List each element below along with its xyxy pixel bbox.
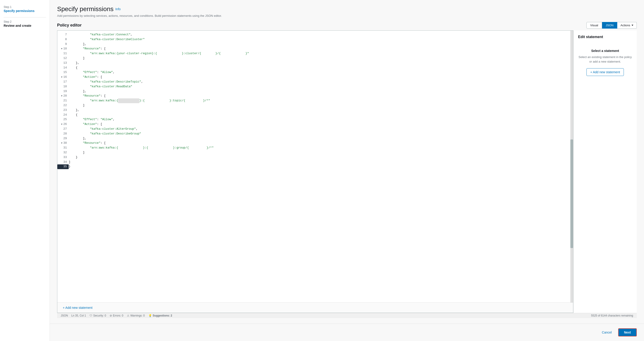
code-line: "Action": [: [69, 75, 567, 80]
info-link[interactable]: Info: [115, 7, 120, 11]
add-statement-button[interactable]: + Add new statement: [61, 305, 94, 310]
status-security: 🛡 Security: 0: [90, 314, 106, 317]
line-number: 21: [57, 98, 69, 103]
code-line: ]: [69, 160, 567, 165]
line-number: 23: [57, 108, 69, 113]
collapse-arrow-icon[interactable]: ▼: [61, 123, 62, 126]
line-number: 19: [57, 89, 69, 94]
line-number: 28: [57, 132, 69, 136]
policy-editor-header: Policy editor Visual JSON Actions: [57, 22, 637, 29]
code-editor-container[interactable]: 789▼101112131415▼16171819▼202122232425▼2…: [57, 30, 573, 313]
line-number: 11: [57, 51, 69, 56]
line-number: ▼20: [57, 94, 69, 98]
warning-icon: ⚠: [127, 314, 130, 317]
code-line: "Resource": [: [69, 94, 567, 98]
line-number: 32: [57, 150, 69, 155]
editor-status-bar: JSON Ln 35, Col 1 🛡 Security: 0 ⊘ Errors…: [57, 313, 637, 318]
code-content[interactable]: 789▼101112131415▼16171819▼202122232425▼2…: [57, 31, 573, 302]
line-number: 17: [57, 80, 69, 84]
line-number: ▼26: [57, 122, 69, 127]
editor-main-area: 789▼101112131415▼16171819▼202122232425▼2…: [57, 30, 637, 313]
code-line: }: [69, 155, 567, 160]
line-numbers: 789▼101112131415▼16171819▼202122232425▼2…: [57, 31, 69, 302]
collapse-arrow-icon[interactable]: ▼: [61, 47, 62, 51]
sidebar-step-2: Step 2 Review and create: [4, 20, 46, 28]
code-line: "kafka-cluster:DescribeGroup": [69, 132, 567, 136]
code-line: "kafka-cluster:AlterGroup",: [69, 127, 567, 132]
line-number: ▼30: [57, 141, 69, 146]
step2-label: Step 2: [4, 20, 46, 23]
page-header: Specify permissions Info: [57, 6, 637, 13]
policy-editor-title: Policy editor: [57, 23, 82, 28]
collapse-arrow-icon[interactable]: ▼: [61, 142, 62, 145]
bulb-icon: 💡: [148, 314, 152, 317]
page-title: Specify permissions: [57, 6, 114, 13]
line-number: 25: [57, 117, 69, 122]
line-number: 24: [57, 113, 69, 117]
cancel-button[interactable]: Cancel: [598, 329, 616, 336]
editor-controls: Visual JSON Actions: [586, 22, 637, 29]
code-line: "Resource": [: [69, 47, 567, 51]
policy-editor-section: Policy editor Visual JSON Actions: [57, 22, 637, 318]
line-number: 13: [57, 61, 69, 66]
status-warnings: ⚠ Warnings: 0: [127, 314, 145, 317]
code-line: ]: [69, 56, 567, 61]
code-line: "kafka-cluster:ReadData": [69, 84, 567, 89]
chars-remaining: 5525 of 6144 characters remaining: [591, 314, 633, 317]
line-number: 18: [57, 84, 69, 89]
line-number: 8: [57, 37, 69, 42]
line-number: ▼10: [57, 47, 69, 51]
code-line: "Resource": [: [69, 141, 567, 146]
line-number: 35: [57, 164, 69, 169]
code-line: {: [69, 113, 567, 117]
format-label: JSON: [61, 314, 68, 317]
right-panel: Edit statement Select a statement Select…: [573, 30, 637, 313]
code-line: ],: [69, 42, 567, 47]
code-line: "Effect": "Allow",: [69, 70, 567, 75]
code-line: "kafka-cluster:Connect",: [69, 33, 567, 37]
scrollbar-thumb[interactable]: [570, 139, 573, 248]
code-line: },: [69, 61, 567, 66]
add-statement-bar: + Add new statement: [57, 302, 573, 313]
line-number: 14: [57, 66, 69, 70]
tab-actions[interactable]: Actions: [617, 22, 637, 29]
error-icon: ⊘: [110, 314, 112, 317]
page-subtitle: Add permissions by selecting services, a…: [57, 14, 637, 18]
line-number: 33: [57, 155, 69, 160]
status-position: Ln 35, Col 1: [72, 314, 86, 317]
editor-scrollbar[interactable]: [570, 31, 573, 302]
tab-visual[interactable]: Visual: [586, 22, 602, 29]
footer: Cancel Next: [50, 323, 644, 341]
step1-title: Specify permissions: [4, 9, 46, 13]
line-number: 31: [57, 146, 69, 150]
code-line: ],: [69, 89, 567, 94]
select-statement-desc: Select an existing statement in the poli…: [578, 55, 632, 64]
line-number: ▼16: [57, 75, 69, 80]
line-number: 9: [57, 42, 69, 47]
step1-label: Step 1: [4, 6, 46, 9]
chevron-down-icon: [632, 25, 633, 26]
code-line: }: [69, 164, 567, 169]
line-number: 12: [57, 56, 69, 61]
code-line: "arn:aws:kafka:{ . }:{ }:topic/{ }/*": [69, 98, 567, 103]
add-new-statement-panel-button[interactable]: + Add new statement: [586, 68, 624, 76]
sidebar-step-1: Step 1 Specify permissions: [4, 6, 46, 13]
code-line: "arn:aws:kafka:{your-cluster-region}:{ }…: [69, 51, 567, 56]
code-line: "kafka-cluster:DescribeTopic",: [69, 80, 567, 84]
code-line: "kafka-cluster:DescribeCluster": [69, 37, 567, 42]
tab-json[interactable]: JSON: [602, 22, 618, 29]
code-line: {: [69, 66, 567, 70]
code-line: },: [69, 108, 567, 113]
status-left: JSON Ln 35, Col 1 🛡 Security: 0 ⊘ Errors…: [61, 314, 172, 317]
code-line: "Action": [: [69, 122, 567, 127]
collapse-arrow-icon[interactable]: ▼: [61, 94, 62, 98]
right-panel-title: Edit statement: [578, 35, 632, 39]
sidebar: Step 1 Specify permissions Step 2 Review…: [0, 0, 50, 341]
next-button[interactable]: Next: [618, 328, 637, 336]
line-number: 7: [57, 33, 69, 37]
collapse-arrow-icon[interactable]: ▼: [61, 76, 62, 79]
code-line: "Effect": "Allow",: [69, 117, 567, 122]
line-number: 22: [57, 103, 69, 108]
code-line: ],: [69, 136, 567, 141]
code-line: ]: [69, 103, 567, 108]
